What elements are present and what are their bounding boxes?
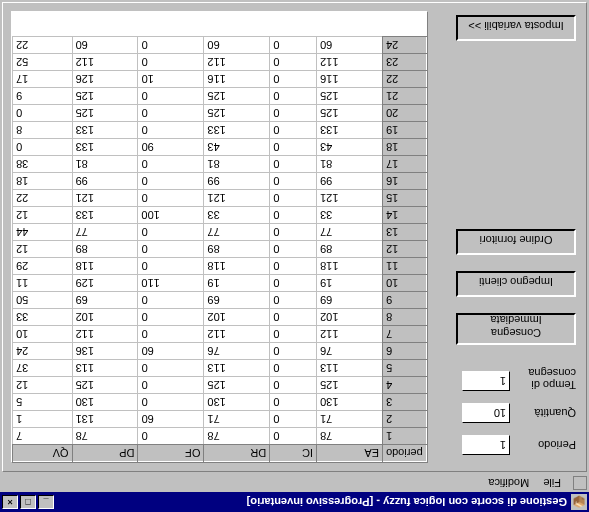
table-row[interactable]: 3130013001305 xyxy=(13,394,427,411)
cell-DR[interactable]: 112 xyxy=(204,326,270,343)
table-row[interactable]: 137707707744 xyxy=(13,224,427,241)
tempo-input[interactable] xyxy=(462,371,510,391)
cell-IC[interactable]: 0 xyxy=(270,258,317,275)
cell-OF[interactable]: 10 xyxy=(138,71,204,88)
cell-DP[interactable]: 136 xyxy=(72,343,138,360)
cell-IC[interactable]: 0 xyxy=(270,156,317,173)
mdi-child-icon[interactable] xyxy=(573,476,587,490)
table-row[interactable]: 41250125012512 xyxy=(13,377,427,394)
table-row[interactable]: 178108108138 xyxy=(13,156,427,173)
table-row[interactable]: 151210121012122 xyxy=(13,190,427,207)
table-row[interactable]: 1780780787 xyxy=(13,428,427,445)
table-row[interactable]: 20125012501250 xyxy=(13,105,427,122)
cell-periodo[interactable]: 17 xyxy=(383,156,427,173)
cell-EA[interactable]: 81 xyxy=(317,156,383,173)
cell-IC[interactable]: 0 xyxy=(270,326,317,343)
table-row[interactable]: 246006006022 xyxy=(13,37,427,54)
cell-OF[interactable]: 0 xyxy=(138,173,204,190)
cell-DR[interactable]: 130 xyxy=(204,394,270,411)
table-row[interactable]: 51130113011337 xyxy=(13,360,427,377)
cell-OF[interactable]: 0 xyxy=(138,394,204,411)
table-row[interactable]: 1843043901330 xyxy=(13,139,427,156)
table-row[interactable]: 231120112011252 xyxy=(13,54,427,71)
cell-DR[interactable]: 116 xyxy=(204,71,270,88)
cell-periodo[interactable]: 2 xyxy=(383,411,427,428)
cell-DR[interactable]: 99 xyxy=(204,173,270,190)
cell-QV[interactable]: 33 xyxy=(13,309,73,326)
cell-DP[interactable]: 133 xyxy=(72,139,138,156)
cell-periodo[interactable]: 14 xyxy=(383,207,427,224)
cell-EA[interactable]: 130 xyxy=(317,394,383,411)
cell-EA[interactable]: 78 xyxy=(317,428,383,445)
cell-OF[interactable]: 0 xyxy=(138,360,204,377)
cell-periodo[interactable]: 12 xyxy=(383,241,427,258)
table-row[interactable]: 19133013301338 xyxy=(13,122,427,139)
cell-QV[interactable]: 0 xyxy=(13,105,73,122)
cell-DP[interactable]: 60 xyxy=(72,37,138,54)
cell-QV[interactable]: 24 xyxy=(13,343,73,360)
cell-EA[interactable]: 125 xyxy=(317,377,383,394)
cell-EA[interactable]: 60 xyxy=(317,37,383,54)
cell-QV[interactable]: 7 xyxy=(13,428,73,445)
cell-DP[interactable]: 77 xyxy=(72,224,138,241)
col-header-DR[interactable]: DR xyxy=(204,445,270,462)
cell-IC[interactable]: 0 xyxy=(270,275,317,292)
cell-periodo[interactable]: 16 xyxy=(383,173,427,190)
col-header-EA[interactable]: EA xyxy=(317,445,383,462)
cell-periodo[interactable]: 22 xyxy=(383,71,427,88)
cell-OF[interactable]: 110 xyxy=(138,275,204,292)
cell-periodo[interactable]: 9 xyxy=(383,292,427,309)
cell-periodo[interactable]: 10 xyxy=(383,275,427,292)
cell-DR[interactable]: 125 xyxy=(204,377,270,394)
cell-DP[interactable]: 89 xyxy=(72,241,138,258)
cell-DR[interactable]: 102 xyxy=(204,309,270,326)
cell-EA[interactable]: 121 xyxy=(317,190,383,207)
cell-OF[interactable]: 0 xyxy=(138,428,204,445)
cell-EA[interactable]: 112 xyxy=(317,326,383,343)
cell-QV[interactable]: 12 xyxy=(13,207,73,224)
cell-DP[interactable]: 125 xyxy=(72,105,138,122)
cell-EA[interactable]: 125 xyxy=(317,88,383,105)
cell-EA[interactable]: 76 xyxy=(317,343,383,360)
cell-QV[interactable]: 5 xyxy=(13,394,73,411)
table-row[interactable]: 271071601311 xyxy=(13,411,427,428)
cell-OF[interactable]: 0 xyxy=(138,241,204,258)
cell-IC[interactable]: 0 xyxy=(270,139,317,156)
cell-DP[interactable]: 129 xyxy=(72,275,138,292)
cell-OF[interactable]: 60 xyxy=(138,343,204,360)
cell-DP[interactable]: 112 xyxy=(72,54,138,71)
cell-OF[interactable]: 0 xyxy=(138,88,204,105)
cell-OF[interactable]: 0 xyxy=(138,156,204,173)
cell-EA[interactable]: 77 xyxy=(317,224,383,241)
cell-OF[interactable]: 0 xyxy=(138,224,204,241)
cell-EA[interactable]: 113 xyxy=(317,360,383,377)
col-header-DP[interactable]: DP xyxy=(72,445,138,462)
cell-DP[interactable]: 102 xyxy=(72,309,138,326)
cell-IC[interactable]: 0 xyxy=(270,377,317,394)
cell-DP[interactable]: 113 xyxy=(72,360,138,377)
cell-OF[interactable]: 0 xyxy=(138,122,204,139)
cell-IC[interactable]: 0 xyxy=(270,309,317,326)
cell-DR[interactable]: 19 xyxy=(204,275,270,292)
cell-DR[interactable]: 113 xyxy=(204,360,270,377)
cell-IC[interactable]: 0 xyxy=(270,394,317,411)
cell-DP[interactable]: 118 xyxy=(72,258,138,275)
cell-OF[interactable]: 0 xyxy=(138,258,204,275)
cell-QV[interactable]: 44 xyxy=(13,224,73,241)
impegno-clienti-button[interactable]: Impegno clienti xyxy=(456,271,576,297)
cell-periodo[interactable]: 19 xyxy=(383,122,427,139)
cell-periodo[interactable]: 8 xyxy=(383,309,427,326)
cell-periodo[interactable]: 11 xyxy=(383,258,427,275)
col-header-IC[interactable]: IC xyxy=(270,445,317,462)
minimize-button[interactable]: _ xyxy=(38,495,54,509)
cell-IC[interactable]: 0 xyxy=(270,224,317,241)
cell-EA[interactable]: 89 xyxy=(317,241,383,258)
cell-EA[interactable]: 112 xyxy=(317,54,383,71)
table-row[interactable]: 6760766013624 xyxy=(13,343,427,360)
cell-QV[interactable]: 29 xyxy=(13,258,73,275)
cell-OF[interactable]: 0 xyxy=(138,309,204,326)
cell-EA[interactable]: 125 xyxy=(317,105,383,122)
cell-OF[interactable]: 100 xyxy=(138,207,204,224)
table-row[interactable]: 96906906950 xyxy=(13,292,427,309)
cell-periodo[interactable]: 23 xyxy=(383,54,427,71)
